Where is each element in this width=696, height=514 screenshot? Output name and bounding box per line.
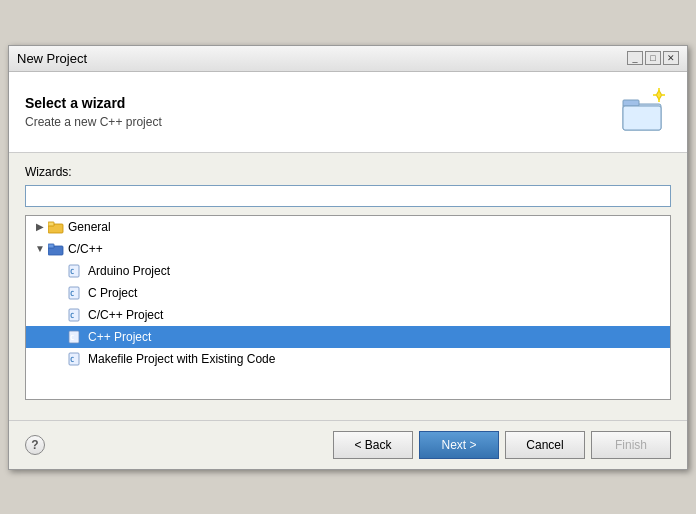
- file-icon: C: [68, 286, 84, 300]
- folder-icon: [48, 242, 64, 256]
- close-button[interactable]: ✕: [663, 51, 679, 65]
- back-button[interactable]: < Back: [333, 431, 413, 459]
- tree-item-cpp-project-sel[interactable]: C C++ Project: [26, 326, 670, 348]
- tree-arrow: ▶: [34, 221, 46, 232]
- tree-item-cpp-project[interactable]: C C/C++ Project: [26, 304, 670, 326]
- tree-item-label: C Project: [88, 286, 137, 300]
- header-text: Select a wizard Create a new C++ project: [25, 95, 162, 129]
- footer-left: ?: [25, 435, 45, 455]
- svg-text:C: C: [70, 312, 74, 320]
- next-button[interactable]: Next >: [419, 431, 499, 459]
- file-icon: C: [68, 264, 84, 278]
- cancel-button[interactable]: Cancel: [505, 431, 585, 459]
- wizard-tree: ▶ General▼ C/C++ C Arduino Project C C P…: [25, 215, 671, 400]
- tree-item-general[interactable]: ▶ General: [26, 216, 670, 238]
- tree-item-label: C/C++ Project: [88, 308, 163, 322]
- new-project-dialog: New Project _ □ ✕ Select a wizard Create…: [8, 45, 688, 470]
- svg-text:C: C: [70, 290, 74, 298]
- wizard-icon-svg: [619, 86, 671, 138]
- file-icon: C: [68, 352, 84, 366]
- svg-rect-12: [48, 244, 54, 248]
- wizard-icon: [619, 86, 671, 138]
- svg-rect-10: [48, 222, 54, 226]
- svg-rect-1: [623, 100, 639, 106]
- header-title: Select a wizard: [25, 95, 162, 111]
- dialog-footer: ? < Back Next > Cancel Finish: [9, 420, 687, 469]
- tree-item-label: C++ Project: [88, 330, 151, 344]
- title-bar: New Project _ □ ✕: [9, 46, 687, 72]
- help-button[interactable]: ?: [25, 435, 45, 455]
- tree-item-label: General: [68, 220, 111, 234]
- finish-button[interactable]: Finish: [591, 431, 671, 459]
- tree-arrow: ▼: [34, 243, 46, 254]
- tree-item-label: Arduino Project: [88, 264, 170, 278]
- dialog-title: New Project: [17, 51, 87, 66]
- tree-item-c-project[interactable]: C C Project: [26, 282, 670, 304]
- file-icon: C: [68, 330, 84, 344]
- minimize-button[interactable]: _: [627, 51, 643, 65]
- maximize-button[interactable]: □: [645, 51, 661, 65]
- tree-item-cpp-group[interactable]: ▼ C/C++: [26, 238, 670, 260]
- svg-rect-2: [623, 106, 661, 130]
- header-subtitle: Create a new C++ project: [25, 115, 162, 129]
- tree-item-makefile[interactable]: C Makefile Project with Existing Code: [26, 348, 670, 370]
- tree-item-label: C/C++: [68, 242, 103, 256]
- dialog-header: Select a wizard Create a new C++ project: [9, 72, 687, 153]
- folder-icon: [48, 220, 64, 234]
- svg-text:C: C: [70, 334, 74, 342]
- tree-item-arduino[interactable]: C Arduino Project: [26, 260, 670, 282]
- wizards-label: Wizards:: [25, 165, 671, 179]
- file-icon: C: [68, 308, 84, 322]
- svg-text:C: C: [70, 268, 74, 276]
- svg-text:C: C: [70, 356, 74, 364]
- title-bar-buttons: _ □ ✕: [627, 51, 679, 65]
- tree-item-label: Makefile Project with Existing Code: [88, 352, 275, 366]
- footer-right: < Back Next > Cancel Finish: [333, 431, 671, 459]
- search-input[interactable]: [25, 185, 671, 207]
- dialog-body: Wizards: ▶ General▼ C/C++ C Arduino Proj…: [9, 153, 687, 412]
